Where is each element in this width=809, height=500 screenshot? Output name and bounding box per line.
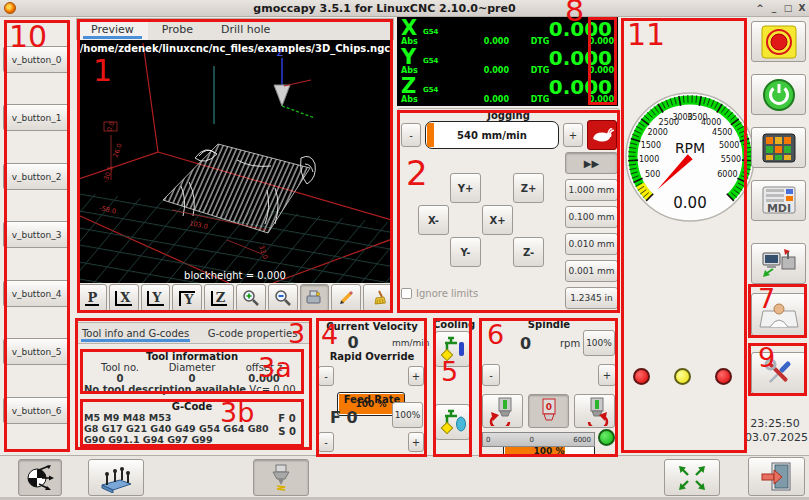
- rapid-minus-button[interactable]: -: [318, 366, 334, 386]
- quit-button[interactable]: [748, 457, 805, 496]
- spindle-100pct-button[interactable]: 100%: [583, 330, 615, 356]
- gcode-line-2: G8 G17 G21 G40 G49 G54 G64 G80: [84, 423, 269, 434]
- jog-speed-minus-button[interactable]: -: [401, 123, 421, 147]
- sidebar-v-button-5[interactable]: v_button_5: [3, 338, 70, 365]
- tab-gcode-properties[interactable]: G-code properties: [194, 323, 311, 343]
- status-led-right: [715, 368, 732, 385]
- gcode-line-1: M5 M9 M48 M53: [84, 412, 269, 423]
- feed-100pct-button[interactable]: 100%: [392, 402, 423, 428]
- jog-z-minus-button[interactable]: Z-: [513, 237, 544, 267]
- coord-system: G54: [423, 86, 439, 94]
- gcode-frame: G-Code M5 M9 M48 M53 G8 G17 G21 G40 G49 …: [80, 399, 304, 447]
- bar-current: 0: [490, 436, 573, 444]
- view-z-button[interactable]: Z: [204, 284, 234, 312]
- mist-coolant-button[interactable]: [435, 331, 470, 367]
- zoom-in-button[interactable]: [236, 284, 266, 312]
- touch-off-button[interactable]: [18, 459, 62, 496]
- dim-label-f: -30.5: [101, 165, 114, 184]
- zoom-out-button[interactable]: [268, 284, 298, 312]
- block-height-button[interactable]: [88, 459, 144, 496]
- tool-measure-icon: [268, 463, 294, 493]
- gremlin-3d-preview[interactable]: /home/zdenek/linuxcnc/nc_files/examples/…: [77, 40, 393, 283]
- tab-drill-hole[interactable]: Drill hole: [207, 19, 284, 40]
- view-y2-button[interactable]: Y: [172, 284, 202, 312]
- jog-y-plus-button[interactable]: Y+: [450, 173, 481, 203]
- fullscreen-button[interactable]: [664, 459, 720, 496]
- tab-probe[interactable]: Probe: [148, 19, 207, 40]
- sidebar-v-button-3[interactable]: v_button_3: [3, 221, 70, 248]
- block-height-icon: [98, 463, 134, 493]
- close-button[interactable]: X: [795, 3, 809, 13]
- minimize-button[interactable]: _: [767, 3, 781, 13]
- flood-icon: [439, 408, 467, 436]
- dtg-label: DTG: [509, 66, 571, 75]
- tab-preview[interactable]: Preview: [77, 19, 148, 40]
- increment-001mm-button[interactable]: 0.010 mm: [565, 233, 618, 255]
- coord-system: G54: [423, 57, 439, 65]
- spindle-minus-button[interactable]: -: [482, 364, 500, 386]
- jog-speed-plus-button[interactable]: +: [563, 123, 583, 147]
- estop-button[interactable]: [751, 21, 806, 62]
- jog-y-minus-button[interactable]: Y-: [450, 237, 481, 267]
- view-x-label: X: [115, 291, 132, 306]
- mdi-mode-button[interactable]: MDI: [751, 180, 806, 221]
- spindle-stop-button[interactable]: 0: [528, 394, 569, 428]
- user-tabs-button[interactable]: [751, 293, 806, 336]
- jog-speed-slider[interactable]: 540 mm/min: [425, 121, 559, 149]
- diameter-value: 0: [156, 373, 228, 384]
- view-perspective-button[interactable]: P: [77, 284, 107, 312]
- manual-mode-button[interactable]: [751, 127, 806, 168]
- gcode-s-word: S 0: [278, 425, 296, 438]
- status-led-middle: [674, 368, 691, 385]
- ignore-limits-checkbox[interactable]: Ignore limits: [401, 288, 478, 299]
- rapid-plus-button[interactable]: +: [408, 366, 424, 386]
- machine-on-button[interactable]: [751, 74, 806, 115]
- current-velocity-title: Current Velocity: [318, 321, 426, 332]
- power-icon: [761, 77, 797, 113]
- shade-button[interactable]: ^: [753, 3, 767, 13]
- maximize-button[interactable]: □: [781, 3, 795, 13]
- svg-text:4500: 4500: [712, 128, 732, 137]
- increment-0001mm-button[interactable]: 0.001 mm: [565, 260, 618, 282]
- svg-text:5500: 5500: [721, 155, 741, 164]
- dim-label-e: 26.0: [111, 142, 123, 158]
- tools-icon: [761, 356, 797, 390]
- turtle-jog-toggle-button[interactable]: [587, 120, 617, 150]
- sidebar-v-button-6[interactable]: v_button_6: [3, 397, 70, 424]
- sidebar-v-button-0[interactable]: v_button_0: [3, 46, 70, 73]
- offset-z-value: 0.000: [228, 373, 300, 384]
- settings-button[interactable]: [751, 352, 806, 394]
- tool-measure-button[interactable]: [253, 459, 309, 496]
- spindle-left-button[interactable]: [482, 394, 523, 428]
- sidebar-v-button-1[interactable]: v_button_1: [3, 104, 70, 131]
- zoom-out-icon: [274, 289, 292, 307]
- spindle-ccw-icon: [487, 396, 519, 426]
- sidebar-v-button-2[interactable]: v_button_2: [3, 163, 70, 190]
- flood-coolant-button[interactable]: [435, 404, 470, 440]
- rapid-increment-button[interactable]: ▶▶: [565, 152, 618, 174]
- view-y-button[interactable]: Y: [141, 284, 171, 312]
- spindle-plus-button[interactable]: +: [598, 364, 616, 386]
- clear-plot-button[interactable]: [363, 284, 393, 312]
- feed-plus-button[interactable]: +: [408, 432, 424, 452]
- increment-1mm-button[interactable]: 1.000 mm: [565, 179, 618, 201]
- gcode-title: G-Code: [84, 401, 300, 412]
- dimension-button[interactable]: [300, 284, 330, 312]
- auto-mode-button[interactable]: [751, 243, 806, 284]
- titlebar: gmoccapy 3.5.1 for LinuxCNC 2.10.0~pre0 …: [0, 0, 809, 17]
- feed-minus-button[interactable]: -: [318, 432, 334, 452]
- increment-inch-button[interactable]: 1.2345 in: [565, 287, 618, 309]
- dtg-label: DTG: [509, 95, 571, 104]
- edit-gcode-button[interactable]: [331, 284, 361, 312]
- jog-x-minus-button[interactable]: X-: [418, 205, 449, 235]
- svg-text:RPM: RPM: [675, 140, 705, 156]
- jog-x-plus-button[interactable]: X+: [482, 205, 513, 235]
- cooling-title: Cooling: [433, 319, 472, 330]
- zoom-in-icon: [242, 289, 260, 307]
- jog-z-plus-button[interactable]: Z+: [513, 173, 544, 203]
- spindle-right-button[interactable]: [574, 394, 615, 428]
- sidebar-v-button-4[interactable]: v_button_4: [3, 280, 70, 307]
- tab-tool-info-gcodes[interactable]: Tool info and G-codes: [77, 323, 194, 343]
- view-x-button[interactable]: X: [109, 284, 139, 312]
- increment-01mm-button[interactable]: 0.100 mm: [565, 206, 618, 228]
